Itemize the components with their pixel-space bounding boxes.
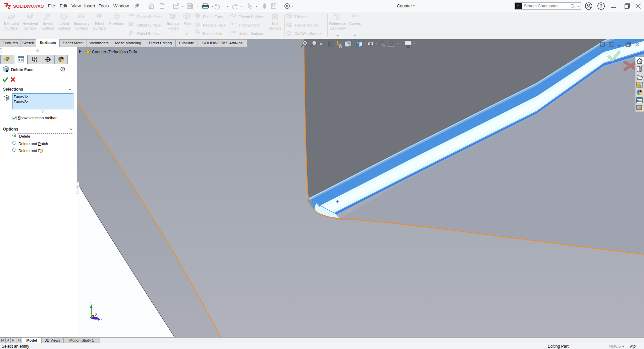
svg-text:SOLID: SOLID	[13, 4, 27, 9]
svg-text:A: A	[339, 44, 342, 48]
svg-text:Counter (Default) <<Defa...: Counter (Default) <<Defa...	[92, 50, 141, 54]
svg-text:Y: Y	[90, 301, 92, 304]
svg-text:?: ?	[600, 3, 603, 9]
svg-text:?: ?	[62, 67, 64, 71]
svg-text:WORKS: WORKS	[26, 4, 44, 9]
svg-text:z: z	[101, 318, 102, 321]
svg-text:x: x	[95, 312, 97, 315]
